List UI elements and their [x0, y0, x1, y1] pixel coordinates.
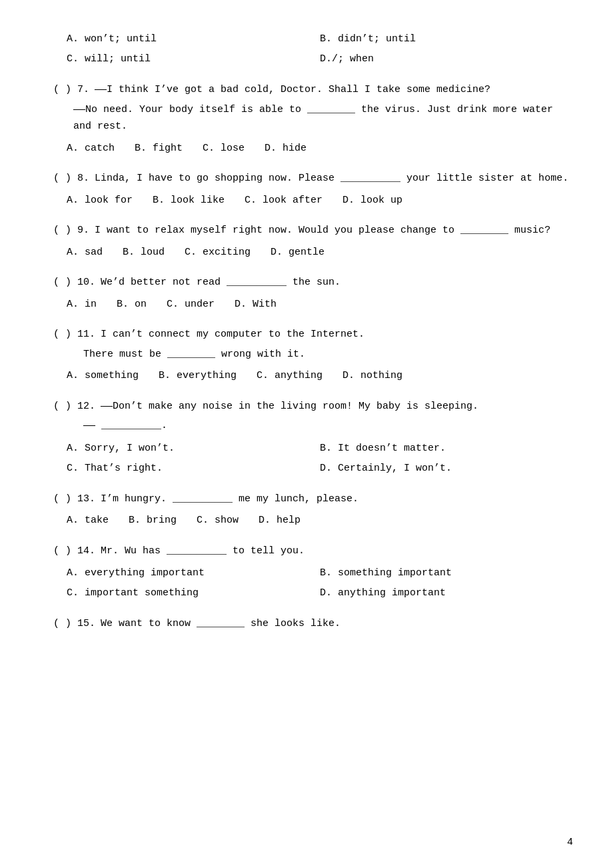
- q10-option-a: A. in: [67, 295, 97, 315]
- question-7: ( ) 7. ——I think I’ve got a bad cold, Do…: [53, 81, 573, 158]
- question-15: ( ) 15. We want to know ________ she loo…: [53, 615, 573, 633]
- q9-options: A. sad B. loud C. exciting D. gentle: [67, 243, 573, 263]
- q8-option-b: B. look like: [153, 191, 225, 211]
- question-9: ( ) 9. I want to relax myself right now.…: [53, 222, 573, 262]
- q12-stem: ( ) 12. ——Don’t make any noise in the li…: [53, 398, 573, 415]
- q7-text: ——I think I’ve got a bad cold, Doctor. S…: [95, 81, 490, 99]
- q11-stem: ( ) 11. I can’t connect my computer to t…: [53, 326, 573, 343]
- question-11: ( ) 11. I can’t connect my computer to t…: [53, 326, 573, 386]
- q7-option-d: D. hide: [265, 139, 306, 159]
- q13-option-b: B. bring: [129, 511, 177, 531]
- q9-option-d: D. gentle: [271, 243, 324, 263]
- q7-option-a: A. catch: [67, 139, 115, 159]
- q8-text: Linda, I have to go shopping now. Please…: [95, 170, 568, 187]
- q9-stem: ( ) 9. I want to relax myself right now.…: [53, 222, 573, 239]
- question-13: ( ) 13. I’m hungry. __________ me my lun…: [53, 491, 573, 531]
- q12-sub: —— __________.: [83, 417, 573, 435]
- question-8: ( ) 8. Linda, I have to go shopping now.…: [53, 170, 573, 210]
- q11-option-d: D. nothing: [342, 367, 402, 386]
- q13-text: I’m hungry. __________ me my lunch, plea…: [101, 491, 358, 508]
- q12-options: A. Sorry, I won’t. B. It doesn’t matter.…: [67, 439, 573, 479]
- q15-stem: ( ) 15. We want to know ________ she loo…: [53, 615, 573, 633]
- q12-prefix: ( ) 12.: [53, 398, 95, 415]
- q7-prefix: ( ) 7.: [53, 81, 89, 99]
- q13-option-a: A. take: [67, 511, 109, 531]
- q14-option-c: C. important something: [67, 583, 320, 603]
- q10-option-b: B. on: [117, 295, 147, 315]
- q6-option-d: D./; when: [320, 49, 573, 69]
- q10-options: A. in B. on C. under D. With: [67, 295, 573, 315]
- q10-text: We’d better not read __________ the sun.: [101, 274, 340, 291]
- q12-option-c: C. That’s right.: [67, 459, 320, 479]
- q11-sub: There must be ________ wrong with it.: [83, 346, 573, 363]
- question-14: ( ) 14. Mr. Wu has __________ to tell yo…: [53, 543, 573, 604]
- q7-options: A. catch B. fight C. lose D. hide: [67, 139, 573, 159]
- question-10: ( ) 10. We’d better not read __________ …: [53, 274, 573, 314]
- q13-prefix: ( ) 13.: [53, 491, 95, 508]
- q15-text: We want to know ________ she looks like.: [101, 615, 340, 633]
- q10-option-c: C. under: [167, 295, 215, 315]
- q7-option-c: C. lose: [203, 139, 245, 159]
- q11-options: A. something B. everything C. anything D…: [67, 367, 573, 386]
- q12-text: ——Don’t make any noise in the living roo…: [101, 398, 478, 415]
- q8-option-c: C. look after: [245, 191, 322, 211]
- q9-text: I want to relax myself right now. Would …: [95, 222, 550, 239]
- q10-stem: ( ) 10. We’d better not read __________ …: [53, 274, 573, 291]
- q6-option-c: C. will; until: [67, 49, 320, 69]
- q12-option-b: B. It doesn’t matter.: [320, 439, 573, 459]
- q8-stem: ( ) 8. Linda, I have to go shopping now.…: [53, 170, 573, 187]
- q13-option-d: D. help: [259, 511, 301, 531]
- q6-option-a: A. won’t; until: [67, 29, 320, 49]
- q12-option-a: A. Sorry, I won’t.: [67, 439, 320, 459]
- q13-stem: ( ) 13. I’m hungry. __________ me my lun…: [53, 491, 573, 508]
- q14-prefix: ( ) 14.: [53, 543, 95, 560]
- q8-option-d: D. look up: [342, 191, 402, 211]
- page-number: 4: [567, 837, 573, 848]
- q9-option-b: B. loud: [123, 243, 165, 263]
- q7-option-b: B. fight: [135, 139, 183, 159]
- q9-option-a: A. sad: [67, 243, 103, 263]
- q7-sub: ——No need. Your body itself is able to _…: [73, 101, 573, 135]
- q13-option-c: C. show: [197, 511, 239, 531]
- q11-text: I can’t connect my computer to the Inter…: [101, 326, 364, 343]
- q11-option-a: A. something: [67, 367, 139, 386]
- q15-prefix: ( ) 15.: [53, 615, 95, 633]
- q14-text: Mr. Wu has __________ to tell you.: [101, 543, 305, 560]
- q10-prefix: ( ) 10.: [53, 274, 95, 291]
- q14-stem: ( ) 14. Mr. Wu has __________ to tell yo…: [53, 543, 573, 560]
- q14-options: A. everything important B. something imp…: [67, 563, 573, 603]
- q11-option-b: B. everything: [159, 367, 237, 386]
- q6-options: A. won’t; until B. didn’t; until C. will…: [53, 29, 573, 69]
- q12-option-d: D. Certainly, I won’t.: [320, 459, 573, 479]
- q9-option-c: C. exciting: [185, 243, 251, 263]
- q11-option-c: C. anything: [257, 367, 322, 386]
- q6-options-grid: A. won’t; until B. didn’t; until C. will…: [67, 29, 573, 69]
- q7-stem: ( ) 7. ——I think I’ve got a bad cold, Do…: [53, 81, 573, 99]
- q14-option-b: B. something important: [320, 563, 573, 583]
- q11-prefix: ( ) 11.: [53, 326, 95, 343]
- q14-option-a: A. everything important: [67, 563, 320, 583]
- q10-option-d: D. With: [235, 295, 277, 315]
- q14-option-d: D. anything important: [320, 583, 573, 603]
- question-12: ( ) 12. ——Don’t make any noise in the li…: [53, 398, 573, 479]
- q8-prefix: ( ) 8.: [53, 170, 89, 187]
- q9-prefix: ( ) 9.: [53, 222, 89, 239]
- q6-option-b: B. didn’t; until: [320, 29, 573, 49]
- q8-options: A. look for B. look like C. look after D…: [67, 191, 573, 211]
- q13-options: A. take B. bring C. show D. help: [67, 511, 573, 531]
- q8-option-a: A. look for: [67, 191, 133, 211]
